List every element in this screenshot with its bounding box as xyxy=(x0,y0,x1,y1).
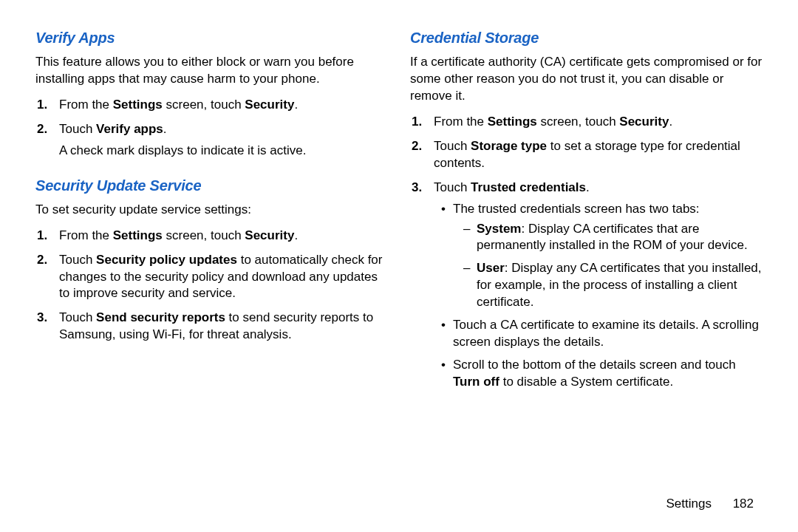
text: screen, touch xyxy=(163,98,245,112)
step: Touch Trusted credentials. The trusted c… xyxy=(428,180,763,391)
dash-item: User: Display any CA certificates that y… xyxy=(466,260,763,311)
steps-credential-storage: From the Settings screen, touch Security… xyxy=(410,114,763,398)
text: Touch xyxy=(59,122,96,136)
text: . xyxy=(586,180,590,194)
bold: Verify apps xyxy=(96,122,163,136)
intro-security-update-service: To set security update service settings: xyxy=(35,202,388,219)
text: . xyxy=(163,122,167,136)
right-column: Credential Storage If a certificate auth… xyxy=(410,30,763,398)
step: Touch Verify apps. A check mark displays… xyxy=(53,121,388,160)
bullet-list: The trusted credentials screen has two t… xyxy=(434,201,763,391)
step: Touch Security policy updates to automat… xyxy=(53,252,388,303)
heading-verify-apps: Verify Apps xyxy=(35,30,388,47)
text: From the xyxy=(59,228,113,242)
steps-security-update-service: From the Settings screen, touch Security… xyxy=(35,228,388,352)
bold: Storage type xyxy=(471,139,547,153)
bold: Security xyxy=(245,228,294,242)
footer-label: Settings xyxy=(666,497,711,511)
bold: Send security reports xyxy=(96,310,225,324)
step: Touch Storage type to set a storage type… xyxy=(428,138,763,172)
intro-credential-storage: If a certificate authority (CA) certific… xyxy=(410,54,763,105)
bold: System xyxy=(477,222,521,236)
steps-verify-apps: From the Settings screen, touch Security… xyxy=(35,97,388,167)
bold: Turn off xyxy=(453,375,499,389)
page-number: 182 xyxy=(733,497,754,511)
bold: Security xyxy=(245,98,294,112)
text: From the xyxy=(434,115,488,129)
bold: Security xyxy=(619,115,669,129)
page-footer: Settings 182 xyxy=(666,497,754,511)
heading-credential-storage: Credential Storage xyxy=(410,30,763,47)
bold: User xyxy=(477,261,505,275)
text: . xyxy=(294,98,298,112)
manual-page: Verify Apps This feature allows you to e… xyxy=(0,0,798,443)
bullet: Touch a CA certificate to examine its de… xyxy=(444,317,763,351)
text: From the xyxy=(59,98,113,112)
text: Touch xyxy=(59,253,96,267)
text: Touch xyxy=(434,180,471,194)
step: From the Settings screen, touch Security… xyxy=(53,228,388,245)
dash-list: System: Display CA certificates that are… xyxy=(453,221,763,312)
text: to disable a System certificate. xyxy=(499,375,673,389)
bold: Settings xyxy=(113,98,163,112)
text: Scroll to the bottom of the details scre… xyxy=(453,358,736,372)
bold: Trusted credentials xyxy=(471,180,586,194)
text: Touch xyxy=(59,310,96,324)
left-column: Verify Apps This feature allows you to e… xyxy=(35,30,388,398)
text: : Display any CA certificates that you i… xyxy=(477,261,762,309)
step: From the Settings screen, touch Security… xyxy=(428,114,763,131)
bold: Settings xyxy=(488,115,537,129)
dash-item: System: Display CA certificates that are… xyxy=(466,221,763,255)
text: The trusted credentials screen has two t… xyxy=(453,202,700,216)
bold: Settings xyxy=(113,228,163,242)
step: From the Settings screen, touch Security… xyxy=(53,97,388,114)
text: screen, touch xyxy=(163,228,245,242)
text: . xyxy=(669,115,672,129)
note: A check mark displays to indicate it is … xyxy=(59,143,388,160)
bullet: Scroll to the bottom of the details scre… xyxy=(444,357,763,391)
heading-security-update-service: Security Update Service xyxy=(35,177,388,194)
text: Touch xyxy=(434,139,471,153)
bold: Security policy updates xyxy=(96,253,237,267)
text: screen, touch xyxy=(537,115,620,129)
step: Touch Send security reports to send secu… xyxy=(53,310,388,344)
text: . xyxy=(294,228,298,242)
bullet: The trusted credentials screen has two t… xyxy=(444,201,763,312)
text: Touch a CA certificate to examine its de… xyxy=(453,318,759,349)
intro-verify-apps: This feature allows you to either block … xyxy=(35,54,388,88)
